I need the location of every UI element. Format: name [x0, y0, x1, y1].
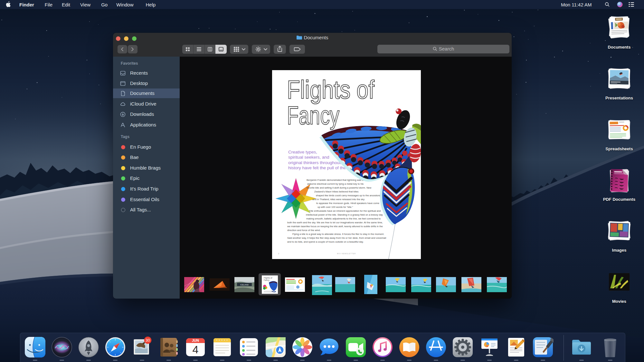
svg-text:JUN: JUN — [192, 339, 199, 342]
svg-text:Fancy: Fancy — [264, 279, 270, 282]
svg-text:Flights of: Flights of — [287, 75, 375, 104]
svg-text:30: 30 — [146, 338, 150, 343]
svg-text:4: 4 — [193, 343, 199, 356]
svg-text:ICELAND: ICELAND — [240, 284, 249, 286]
